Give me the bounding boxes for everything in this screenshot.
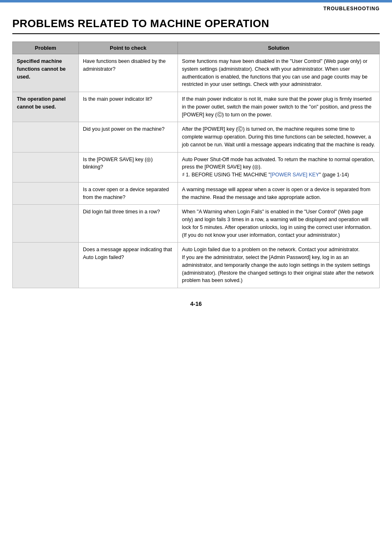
col-header-solution: Solution <box>178 42 379 54</box>
point-cell-5: Is a cover open or a device separated fr… <box>78 182 178 205</box>
table-row: Did you just power on the machine? After… <box>13 122 380 152</box>
solution-cell-5: A warning message will appear when a cov… <box>178 182 379 205</box>
solution-cell-4: Auto Power Shut-Off mode has activated. … <box>178 152 379 182</box>
point-cell-7: Does a message appear indicating that Au… <box>78 243 178 288</box>
table-header-row: Problem Point to check Solution <box>13 42 380 54</box>
point-cell-3: Did you just power on the machine? <box>78 122 178 152</box>
troubleshooting-table: Problem Point to check Solution Specifie… <box>12 42 380 288</box>
point-cell-4: Is the [POWER SAVE] key (◎) blinking? <box>78 152 178 182</box>
solution-cell-3: After the [POWER] key (Ⓒ) is turned on, … <box>178 122 379 152</box>
table-row: Specified machine functions cannot be us… <box>13 54 380 92</box>
solution-cell-2: If the main power indicator is not lit, … <box>178 92 379 122</box>
problem-cell-6 <box>13 205 79 243</box>
problem-cell-1: Specified machine functions cannot be us… <box>13 54 79 92</box>
point-cell-1: Have functions been disabled by the admi… <box>78 54 178 92</box>
solution-text-4: Auto Power Shut-Off mode has activated. … <box>182 157 375 178</box>
problem-cell-3 <box>13 122 79 152</box>
content-area: PROBLEMS RELATED TO MACHINE OPERATION Pr… <box>0 13 392 324</box>
problem-cell-4 <box>13 152 79 182</box>
col-header-problem: Problem <box>13 42 79 54</box>
solution-cell-7: Auto Login failed due to a problem on th… <box>178 243 379 288</box>
page-container: TROUBLESHOOTING PROBLEMS RELATED TO MACH… <box>0 0 392 555</box>
table-row: Is a cover open or a device separated fr… <box>13 182 380 205</box>
point-text-4: Is the [POWER SAVE] key (◎) blinking? <box>83 157 153 170</box>
section-label: TROUBLESHOOTING <box>0 2 392 13</box>
problem-cell-5 <box>13 182 79 205</box>
point-cell-6: Did login fail three times in a row? <box>78 205 178 243</box>
table-row: Is the [POWER SAVE] key (◎) blinking? Au… <box>13 152 380 182</box>
col-header-point: Point to check <box>78 42 178 54</box>
problem-cell-2: The operation panel cannot be used. <box>13 92 79 122</box>
power-save-key-link[interactable]: [POWER SAVE] KEY <box>270 172 319 178</box>
solution-cell-6: When "A Warning when Login Fails" is ena… <box>178 205 379 243</box>
point-cell-2: Is the main power indicator lit? <box>78 92 178 122</box>
problem-cell-7 <box>13 243 79 288</box>
table-row: The operation panel cannot be used. Is t… <box>13 92 380 122</box>
solution-cell-1: Some functions may have been disabled in… <box>178 54 379 92</box>
page-title: PROBLEMS RELATED TO MACHINE OPERATION <box>12 17 380 34</box>
table-row: Does a message appear indicating that Au… <box>13 243 380 288</box>
solution-text-7: Auto Login failed due to a problem on th… <box>182 247 374 283</box>
page-number: 4-16 <box>12 301 380 307</box>
table-row: Did login fail three times in a row? Whe… <box>13 205 380 243</box>
